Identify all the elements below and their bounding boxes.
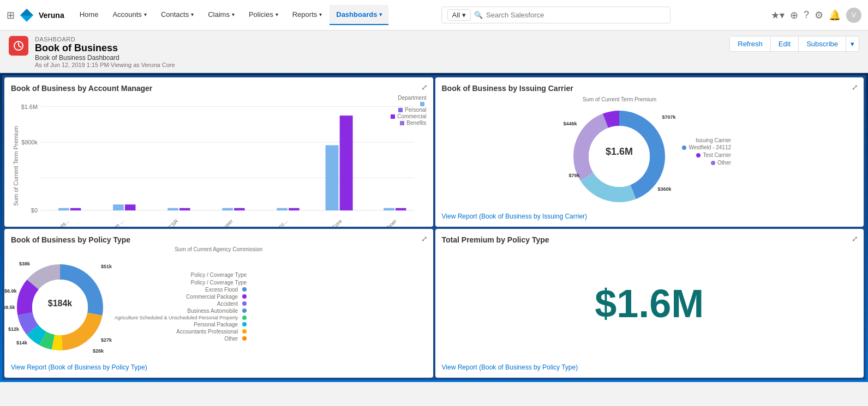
- panel-total-premium-title: Total Premium by Policy Type: [442, 235, 858, 244]
- panel-total-premium: Total Premium by Policy Type ⤢ $1.6M Vie…: [435, 229, 864, 378]
- carrier-seg-360k: $360k: [657, 186, 671, 192]
- svg-text:$800k: $800k: [21, 139, 38, 146]
- panel-account-manager: Book of Business by Account Manager ⤢ De…: [4, 77, 433, 227]
- carrier-chart-subtitle: Sum of Current Term Premium: [583, 96, 656, 102]
- favorites-icon[interactable]: ★▾: [771, 9, 785, 21]
- svg-rect-17: [222, 208, 233, 210]
- search-input[interactable]: [486, 11, 617, 19]
- avatar[interactable]: V: [846, 8, 861, 23]
- edit-button[interactable]: Edit: [771, 37, 799, 51]
- total-premium-area: $1.6M: [442, 246, 858, 362]
- svg-rect-16: [179, 208, 190, 210]
- svg-rect-21: [326, 145, 339, 210]
- dashboard-header: DASHBOARD Book of Business Book of Busin…: [0, 31, 868, 73]
- dashboard-actions: Refresh Edit Subscribe ▾: [729, 36, 859, 52]
- svg-rect-20: [289, 208, 300, 210]
- dashboard-icon: [9, 36, 28, 56]
- carrier-seg-79k: $79k: [568, 173, 579, 178]
- panel-policy-type-title: Book of Business by Policy Type: [11, 235, 427, 244]
- policy-type-legend: Policy / Coverage Type Policy / Coverage…: [115, 272, 247, 343]
- svg-rect-11: [58, 208, 69, 210]
- dashboard-date: As of Jun 12, 2019 1:15 PM·Viewing as Ve…: [35, 62, 175, 68]
- svg-text:$1.6M: $1.6M: [21, 104, 38, 110]
- carrier-legend: Issuing Carrier Westfield - 24112 Test C…: [682, 137, 731, 167]
- svg-rect-12: [70, 208, 81, 210]
- notifications-icon[interactable]: 🔔: [829, 9, 841, 21]
- panel-issuing-carrier-title: Book of Business by Issuing Carrier: [442, 84, 858, 93]
- nav-policies[interactable]: Policies▾: [242, 5, 285, 25]
- carrier-seg-446k: $446k: [563, 121, 577, 126]
- total-premium-link[interactable]: View Report (Book of Business by Policy …: [442, 361, 858, 371]
- total-premium-value: $1.6M: [595, 281, 704, 326]
- chart-legend: Department Personal Commercial Benefits: [391, 95, 426, 126]
- subscribe-chevron[interactable]: ▾: [846, 37, 859, 51]
- svg-text:Test PLuser: Test PLuser: [210, 217, 235, 226]
- top-bar: ⊞ Veruna Home Accounts▾ Contacts▾ Claims…: [0, 0, 868, 31]
- svg-text:Webner: Webner: [380, 217, 398, 226]
- nav-reports[interactable]: Reports▾: [286, 5, 329, 25]
- expand-icon-3[interactable]: ⤢: [421, 234, 428, 243]
- svg-text:Tommy Acc...: Tommy Acc...: [262, 218, 289, 227]
- expand-icon-1[interactable]: ⤢: [421, 83, 428, 92]
- policy-type-chart-area: $184k $51k $38k $6.9k $9.5k $12k $14k $2…: [11, 253, 427, 362]
- nav-menu: Home Accounts▾ Contacts▾ Claims▾ Policie…: [73, 5, 389, 25]
- grid-menu-icon[interactable]: ⊞: [7, 9, 15, 21]
- svg-text:$1.6M: $1.6M: [606, 146, 633, 157]
- issuing-carrier-chart-area: Sum of Current Term Premium: [442, 95, 858, 210]
- search-filter[interactable]: All▾: [447, 9, 471, 21]
- svg-rect-18: [234, 208, 245, 210]
- dashboard-subtitle: Book of Business Dashboard: [35, 54, 175, 62]
- svg-text:$0: $0: [31, 207, 38, 214]
- svg-text:Admin Light...: Admin Light...: [43, 218, 70, 227]
- svg-rect-22: [340, 116, 353, 210]
- svg-rect-14: [125, 204, 136, 210]
- expand-icon-4[interactable]: ⤢: [852, 234, 858, 243]
- panel-issuing-carrier: Book of Business by Issuing Carrier ⤢ Su…: [435, 77, 864, 227]
- dashboard-label: DASHBOARD: [35, 36, 175, 43]
- nav-claims[interactable]: Claims▾: [201, 5, 241, 25]
- help-icon[interactable]: ?: [804, 9, 809, 21]
- svg-text:Sum of Current Term Premium: Sum of Current Term Premium: [13, 126, 19, 206]
- svg-text:$184k: $184k: [48, 299, 73, 308]
- nav-accounts[interactable]: Accounts▾: [106, 5, 153, 25]
- nav-home[interactable]: Home: [73, 5, 105, 25]
- app-logo: [19, 8, 34, 23]
- search-icon: 🔍: [474, 11, 483, 19]
- nav-contacts[interactable]: Contacts▾: [154, 5, 200, 25]
- issuing-carrier-link[interactable]: View Report (Book of Business by Issuing…: [442, 210, 858, 220]
- bar-chart: Department Personal Commercial Benefits …: [11, 95, 427, 227]
- svg-marker-1: [20, 9, 33, 16]
- svg-rect-23: [384, 208, 394, 210]
- bar-chart-svg: $1.6M $800k $0 Sum of Current Term Premi…: [11, 95, 427, 227]
- svg-text:Mary CSR: Mary CSR: [158, 218, 179, 227]
- panel-policy-type: Book of Business by Policy Type ⤢ Sum of…: [4, 229, 433, 378]
- policy-chart-subtitle: Sum of Current Agency Commission: [11, 246, 427, 252]
- settings-icon[interactable]: ⚙: [815, 9, 823, 21]
- issuing-carrier-donut: $1.6M: [567, 105, 671, 208]
- svg-text:Integration ...: Integration ...: [99, 218, 125, 227]
- app-name: Veruna: [39, 11, 64, 20]
- subscribe-button[interactable]: Subscribe: [799, 37, 846, 51]
- svg-rect-15: [167, 208, 178, 210]
- dashboard-title: Book of Business: [35, 43, 175, 54]
- svg-rect-19: [277, 208, 288, 210]
- nav-dashboards[interactable]: Dashboards▾: [330, 5, 388, 25]
- nav-icons: ★▾ ⊕ ? ⚙ 🔔 V: [771, 8, 861, 23]
- dashboard-grid: Book of Business by Account Manager ⤢ De…: [2, 75, 866, 380]
- svg-text:Veruna Core: Veruna Core: [318, 218, 343, 227]
- dashboard-background: Book of Business by Account Manager ⤢ De…: [0, 73, 868, 382]
- panel-account-manager-title: Book of Business by Account Manager: [11, 84, 427, 93]
- expand-icon-2[interactable]: ⤢: [852, 83, 858, 92]
- svg-rect-13: [113, 204, 124, 210]
- svg-rect-24: [396, 208, 406, 210]
- policy-type-link[interactable]: View Report (Book of Business by Policy …: [11, 361, 427, 371]
- search-bar: All▾ 🔍: [441, 7, 671, 23]
- refresh-button[interactable]: Refresh: [730, 37, 771, 51]
- carrier-seg-707k: $707k: [662, 114, 675, 120]
- add-icon[interactable]: ⊕: [790, 9, 798, 21]
